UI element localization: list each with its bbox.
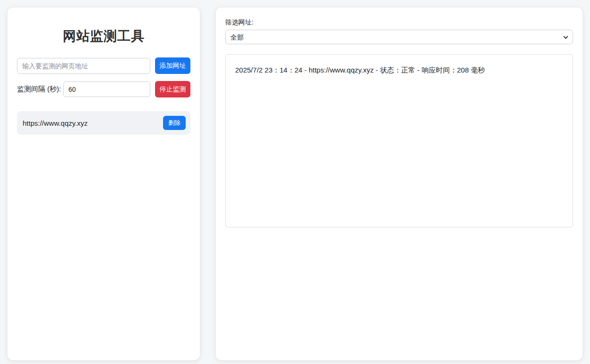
- monitor-control-panel: 网站监测工具 添加网址 监测间隔 (秒): 停止监测 https://www.q…: [8, 8, 200, 360]
- delete-site-button[interactable]: 删除: [163, 116, 186, 130]
- log-panel: 筛选网址: 全部 2025/7/2 23：14：24 - https://www…: [216, 8, 582, 360]
- interval-input[interactable]: [63, 81, 150, 97]
- filter-url-label: 筛选网址:: [225, 18, 573, 27]
- page: 网站监测工具 添加网址 监测间隔 (秒): 停止监测 https://www.q…: [0, 0, 590, 364]
- log-entry: 2025/7/2 23：14：24 - https://www.qqzy.xyz…: [231, 60, 567, 80]
- app-title: 网站监测工具: [17, 27, 190, 45]
- url-input[interactable]: [17, 58, 150, 74]
- add-url-button[interactable]: 添加网址: [155, 57, 190, 74]
- add-url-row: 添加网址: [17, 57, 190, 74]
- filter-select[interactable]: 全部: [225, 30, 573, 44]
- interval-label: 监测间隔 (秒):: [17, 85, 61, 94]
- stop-monitor-button[interactable]: 停止监测: [155, 81, 190, 97]
- filter-select-wrap: 全部: [225, 30, 573, 44]
- site-list-item: https://www.qqzy.xyz 删除: [17, 111, 190, 135]
- site-list: https://www.qqzy.xyz 删除: [17, 111, 190, 135]
- site-url: https://www.qqzy.xyz: [23, 119, 88, 127]
- interval-row: 监测间隔 (秒): 停止监测: [17, 81, 190, 97]
- log-container[interactable]: 2025/7/2 23：14：24 - https://www.qqzy.xyz…: [225, 54, 573, 227]
